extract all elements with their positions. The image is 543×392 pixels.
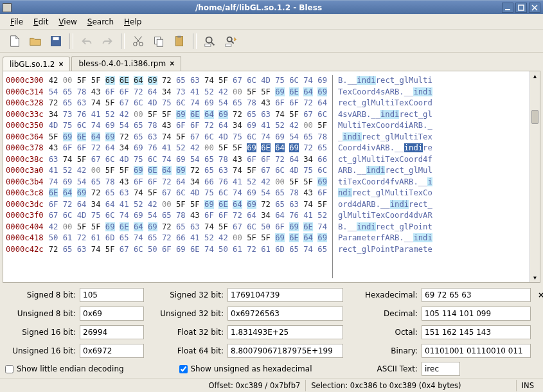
label-unsigned-16: Unsigned 16 bit: <box>5 346 76 355</box>
svg-rect-6 <box>157 39 163 46</box>
label-unsigned-8: Unsigned 8 bit: <box>5 309 76 318</box>
tab-label: libGL.so.1.2 <box>10 60 55 69</box>
maximize-button[interactable] <box>515 3 527 13</box>
copy-button[interactable] <box>149 32 168 50</box>
unsigned-16-field[interactable] <box>80 344 144 358</box>
svg-rect-8 <box>177 35 181 37</box>
float-32-field[interactable] <box>227 325 343 339</box>
signed-32-field[interactable] <box>227 288 343 302</box>
separator-icon <box>121 33 125 49</box>
label-signed-32: Signed 32 bit: <box>148 290 224 299</box>
octal-field[interactable] <box>422 325 531 339</box>
tab-libgl[interactable]: libGL.so.1.2 × <box>3 57 70 71</box>
status-insert-mode[interactable]: INS <box>517 380 539 391</box>
inspector-close-icon[interactable]: × <box>535 290 543 299</box>
float-64-field[interactable] <box>227 344 343 358</box>
svg-point-9 <box>206 37 212 42</box>
app-icon <box>3 3 12 12</box>
separator-icon <box>193 33 197 49</box>
hex-bytes-area[interactable]: 42 00 5F 5F 69 6E 64 69 72 65 63 74 5F 6… <box>49 75 327 278</box>
offset-column: 0000c300 0000c314 0000c328 0000c33c 0000… <box>6 75 44 278</box>
paste-button[interactable] <box>170 32 189 50</box>
status-offset: Offset: 0xc389 / 0x7bfb7 <box>203 380 306 391</box>
new-button[interactable] <box>5 32 24 50</box>
window-title: /home/alf/libGL.so.1.2 - Bless <box>15 3 502 12</box>
label-octal: Octal: <box>347 328 418 337</box>
binary-field[interactable] <box>422 344 531 358</box>
unsigned-8-field[interactable] <box>80 307 144 321</box>
hexadecimal-field[interactable] <box>422 288 531 302</box>
data-inspector: Signed 8 bit: Signed 32 bit: Hexadecimal… <box>0 283 543 378</box>
unsigned-hex-label[interactable]: Show unsigned as hexadecimal <box>191 364 312 373</box>
open-button[interactable] <box>26 32 45 50</box>
little-endian-label[interactable]: Show little endian decoding <box>17 364 124 373</box>
close-button[interactable] <box>529 3 540 13</box>
save-button[interactable] <box>46 32 66 50</box>
tab-label: bless-0.4.0-1.i386.rpm <box>78 59 166 68</box>
label-unsigned-32: Unsigned 32 bit: <box>148 309 224 318</box>
ascii-text-field[interactable] <box>422 362 460 376</box>
ascii-column[interactable]: B.__indirect_glMulti TexCoord4sARB.__ind… <box>332 75 432 278</box>
tab-close-icon[interactable]: × <box>170 59 174 68</box>
label-hexadecimal: Hexadecimal: <box>347 290 418 299</box>
menu-search[interactable]: Search <box>82 15 119 29</box>
unsigned-32-field[interactable] <box>227 307 343 321</box>
svg-rect-0 <box>519 5 524 10</box>
status-selection: Selection: 0xc386 to 0xc389 (0x4 bytes) <box>306 380 516 391</box>
label-signed-8: Signed 8 bit: <box>5 290 76 299</box>
cut-button[interactable] <box>129 32 148 50</box>
label-float-64: Float 64 bit: <box>148 346 224 355</box>
unsigned-hex-checkbox[interactable] <box>179 365 188 373</box>
minimize-button[interactable] <box>502 3 513 13</box>
toolbar <box>0 30 543 53</box>
menubar: File Edit View Search Help <box>0 14 543 30</box>
scroll-up-icon[interactable]: ▴ <box>530 71 540 80</box>
decimal-field[interactable] <box>422 307 531 321</box>
svg-rect-10 <box>205 44 211 46</box>
undo-button[interactable] <box>77 32 96 50</box>
signed-16-field[interactable] <box>80 325 144 339</box>
titlebar: /home/alf/libGL.so.1.2 - Bless <box>0 0 543 14</box>
status-bar: Offset: 0xc389 / 0x7bfb7 Selection: 0xc3… <box>0 378 543 392</box>
menu-view[interactable]: View <box>53 15 82 29</box>
svg-rect-2 <box>53 37 58 40</box>
menu-help[interactable]: Help <box>119 15 147 29</box>
scrollbar-thumb[interactable] <box>531 110 539 124</box>
label-float-32: Float 32 bit: <box>148 328 224 337</box>
find-button[interactable] <box>200 32 220 50</box>
redo-button[interactable] <box>98 32 117 50</box>
menu-file[interactable]: File <box>5 15 28 29</box>
signed-8-field[interactable] <box>80 288 144 302</box>
find-replace-button[interactable] <box>221 32 240 50</box>
tab-bar: libGL.so.1.2 × bless-0.4.0-1.i386.rpm × <box>0 53 543 71</box>
tab-bless-rpm[interactable]: bless-0.4.0-1.i386.rpm × <box>71 56 181 71</box>
label-decimal: Decimal: <box>347 309 418 318</box>
label-binary: Binary: <box>347 346 418 355</box>
svg-rect-7 <box>176 36 183 46</box>
menu-edit[interactable]: Edit <box>28 15 53 29</box>
label-signed-16: Signed 16 bit: <box>5 328 76 337</box>
vertical-scrollbar[interactable]: ▴ ▾ <box>530 71 540 282</box>
hex-editor[interactable]: 0000c300 0000c314 0000c328 0000c33c 0000… <box>3 71 540 283</box>
svg-point-11 <box>227 37 232 41</box>
separator-icon <box>69 33 73 49</box>
svg-rect-12 <box>226 44 231 46</box>
label-ascii: ASCII Text: <box>347 364 418 373</box>
tab-close-icon[interactable]: × <box>58 60 63 69</box>
scroll-down-icon[interactable]: ▾ <box>530 273 540 282</box>
little-endian-checkbox[interactable] <box>5 365 13 373</box>
